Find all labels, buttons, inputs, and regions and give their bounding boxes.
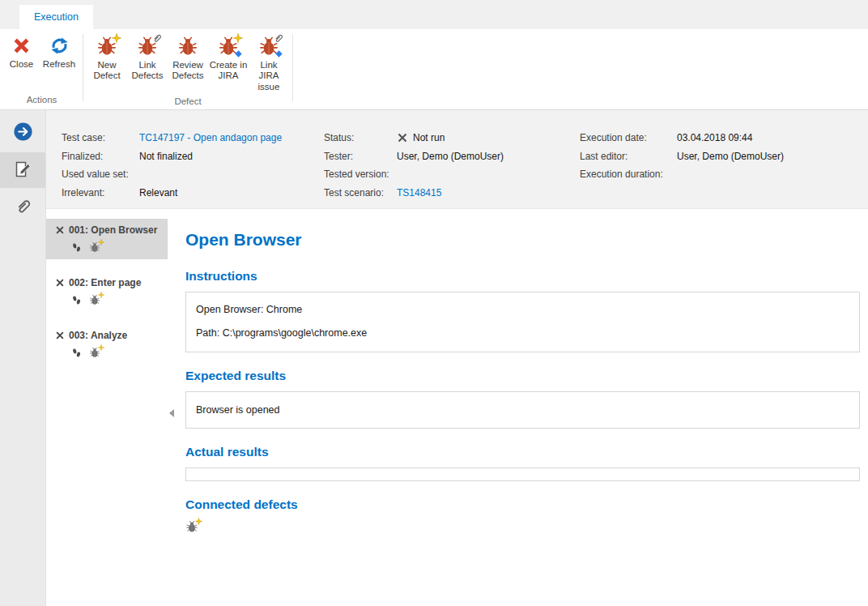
step-item-002[interactable]: 002: Enter page xyxy=(46,271,168,312)
step-item-003[interactable]: 003: Analyze xyxy=(46,324,168,365)
review-defects-button[interactable]: Review Defects xyxy=(168,33,207,84)
refresh-icon xyxy=(49,36,70,56)
status-value: Not run xyxy=(397,132,504,143)
footprints-icon[interactable] xyxy=(71,242,82,253)
tester-value: User, Demo (DemoUser) xyxy=(397,151,504,162)
not-run-icon xyxy=(397,132,408,143)
info-column-middle: Status: Not run Tester: User, Demo (Demo… xyxy=(324,129,504,202)
new-defect-label: New Defect xyxy=(87,60,126,82)
instructions-box: Open Browser: Chrome Path: C:\programs\g… xyxy=(185,292,860,352)
step-new-defect-icon[interactable] xyxy=(89,241,100,253)
close-icon xyxy=(11,36,32,56)
link-defects-icon xyxy=(137,36,158,57)
instruction-line: Open Browser: Chrome xyxy=(196,304,849,315)
ribbon-group-label-actions: Actions xyxy=(2,93,82,109)
actual-results-heading: Actual results xyxy=(185,445,860,459)
close-button-label: Close xyxy=(10,59,33,70)
tab-execution[interactable]: Execution xyxy=(19,5,93,29)
step-status-x-icon xyxy=(55,278,65,288)
link-jira-issue-label: Link JIRA issue xyxy=(249,60,288,92)
link-jira-issue-icon xyxy=(258,36,279,57)
top-tab-bar: Execution xyxy=(0,0,868,29)
new-defect-button[interactable]: New Defect xyxy=(87,33,126,84)
content-area: Test case: TC147197 - Open andagon page … xyxy=(0,110,868,606)
execution-info-panel: Test case: TC147197 - Open andagon page … xyxy=(46,110,868,209)
test-case-label: Test case: xyxy=(62,132,139,143)
ribbon-separator xyxy=(83,34,83,101)
step-new-defect-icon[interactable] xyxy=(89,347,100,358)
actual-results-input[interactable] xyxy=(185,467,860,481)
expected-results-box: Browser is opened xyxy=(185,391,860,429)
step-label: 001: Open Browser xyxy=(69,224,157,236)
tester-label: Tester: xyxy=(324,151,397,162)
test-scenario-label: Test scenario: xyxy=(324,187,397,198)
execution-duration-label: Execution duration: xyxy=(580,169,677,180)
step-item-001[interactable]: 001: Open Browser xyxy=(46,219,168,259)
ribbon-group-actions: Close Refresh Actions xyxy=(2,29,82,109)
new-defect-icon xyxy=(96,36,117,57)
step-label: 003: Analyze xyxy=(69,330,127,341)
expected-results-heading: Expected results xyxy=(185,369,860,383)
test-case-link[interactable]: TC147197 - Open andagon page xyxy=(139,132,282,143)
status-text: Not run xyxy=(413,132,445,143)
tested-version-label: Tested version: xyxy=(324,169,397,180)
execution-date-label: Execution date: xyxy=(580,132,677,143)
link-jira-issue-button[interactable]: Link JIRA issue xyxy=(249,33,288,95)
last-editor-value: User, Demo (DemoUser) xyxy=(677,151,784,162)
last-editor-label: Last editor: xyxy=(580,151,677,162)
link-defects-label: Link Defects xyxy=(128,60,167,82)
ribbon: Close Refresh Actions xyxy=(0,29,868,110)
review-defects-icon xyxy=(177,36,198,57)
step-new-defect-icon[interactable] xyxy=(89,294,100,305)
irrelevant-value: Relevant xyxy=(139,187,282,198)
footprints-icon[interactable] xyxy=(71,295,82,305)
finalized-label: Finalized: xyxy=(62,151,139,162)
arrow-circle-icon xyxy=(13,122,33,144)
refresh-button[interactable]: Refresh xyxy=(40,33,79,72)
footprints-icon[interactable] xyxy=(71,348,82,358)
nav-edit-item[interactable] xyxy=(0,152,45,188)
ribbon-group-defect: New Defect Link Defects Review Defects xyxy=(84,29,291,109)
used-value-set-label: Used value set: xyxy=(62,169,139,180)
instruction-line: Path: C:\programs\google\chrome.exe xyxy=(196,327,849,339)
step-status-x-icon xyxy=(55,331,65,340)
execution-date-value: 03.04.2018 09:44 xyxy=(677,132,784,143)
create-in-jira-button[interactable]: Create in JIRA xyxy=(209,33,248,84)
left-nav-strip xyxy=(0,110,46,606)
add-connected-defect-icon[interactable] xyxy=(185,520,198,533)
create-in-jira-label: Create in JIRA xyxy=(209,60,248,82)
test-step-list: 001: Open Browser 002: Enter page xyxy=(46,209,168,606)
step-status-x-icon xyxy=(55,225,65,235)
edit-pencil-icon xyxy=(13,160,32,181)
instructions-heading: Instructions xyxy=(185,269,860,284)
test-scenario-link[interactable]: TS148415 xyxy=(397,187,504,198)
finalized-value: Not finalized xyxy=(139,151,282,162)
status-label: Status: xyxy=(324,132,397,143)
ribbon-group-label-defect: Defect xyxy=(84,95,291,109)
step-title: Open Browser xyxy=(185,230,860,250)
review-defects-label: Review Defects xyxy=(168,60,207,82)
nav-attachments-item[interactable] xyxy=(0,190,45,225)
irrelevant-label: Irrelevant: xyxy=(62,187,139,198)
connected-defects-heading: Connected defects xyxy=(185,497,860,512)
refresh-button-label: Refresh xyxy=(43,59,75,70)
paperclip-icon xyxy=(14,198,32,218)
info-column-left: Test case: TC147197 - Open andagon page … xyxy=(62,129,282,202)
link-defects-button[interactable]: Link Defects xyxy=(128,33,167,84)
create-in-jira-icon xyxy=(218,36,239,57)
close-button[interactable]: Close xyxy=(5,33,38,72)
info-column-right: Execution date: 03.04.2018 09:44 Last ed… xyxy=(580,129,784,184)
nav-execute-item[interactable] xyxy=(0,115,45,151)
expected-results-text: Browser is opened xyxy=(196,404,849,416)
step-detail-panel: Open Browser Instructions Open Browser: … xyxy=(168,209,868,606)
ribbon-separator xyxy=(292,34,293,101)
step-label: 002: Enter page xyxy=(69,277,141,288)
collapse-panel-handle[interactable] xyxy=(169,409,174,417)
